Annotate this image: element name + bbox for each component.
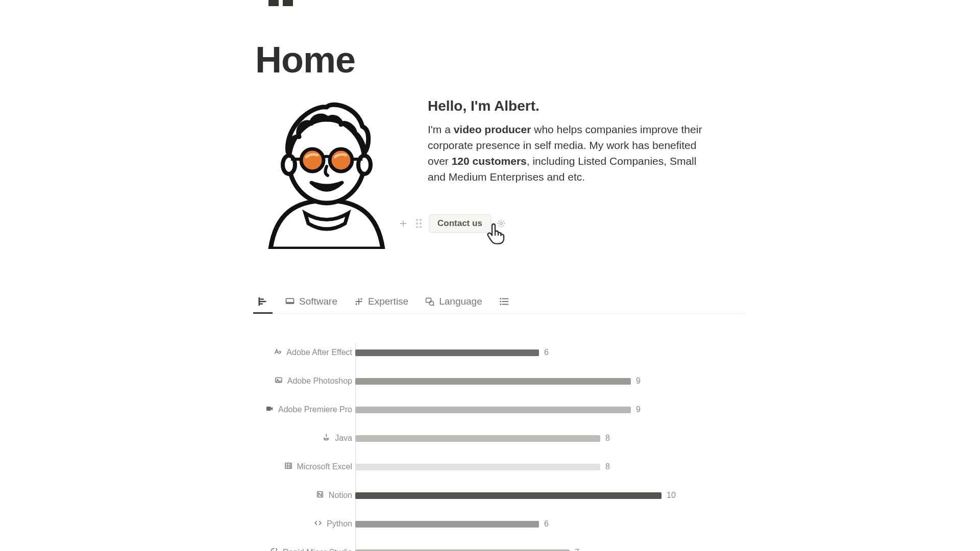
- photoshop-icon: [275, 376, 283, 386]
- svg-point-4: [330, 149, 352, 171]
- chart-bar: [355, 464, 600, 470]
- chart-bar-value: 6: [544, 348, 549, 357]
- tab-list-view[interactable]: [497, 293, 512, 313]
- chart-row: Rapid Miner Studio7: [355, 542, 723, 551]
- chart-row: Adobe After Effect6: [355, 342, 723, 363]
- page-title: Home: [255, 39, 745, 81]
- code-icon: [314, 519, 322, 529]
- chart-bar-value: 7: [575, 548, 579, 551]
- excel-icon: [284, 462, 292, 472]
- skills-chart: Adobe After Effect6Adobe Photoshop9Adobe…: [255, 342, 745, 551]
- svg-rect-17: [266, 407, 271, 411]
- tab-software-label: Software: [299, 296, 337, 307]
- java-icon: [322, 433, 330, 443]
- chart-row-label: Java: [255, 433, 352, 443]
- chart-bar: [355, 349, 539, 356]
- chart-row-label-text: Adobe Premiere Pro: [278, 405, 352, 414]
- chart-bar-value: 9: [636, 377, 641, 386]
- svg-point-14: [500, 304, 501, 305]
- intro-bold-role: video producer: [454, 123, 531, 135]
- chart-row-label: Adobe Premiere Pro: [255, 405, 352, 415]
- intro-paragraph: I'm a video producer who helps companies…: [428, 121, 703, 185]
- chart-row-label: Rapid Miner Studio: [255, 547, 352, 551]
- tab-chart-view[interactable]: [255, 293, 271, 313]
- contact-us-button[interactable]: Contact us: [429, 214, 491, 233]
- chart-row-label-text: Microsoft Excel: [297, 462, 352, 471]
- chart-row-label: Python: [255, 519, 352, 529]
- chart-bar: [355, 492, 662, 499]
- notion-icon: [316, 490, 324, 500]
- page-content: Home: [255, 0, 745, 551]
- svg-rect-18: [285, 463, 291, 469]
- chart-bar: [355, 407, 631, 413]
- premiere-icon: [265, 405, 274, 415]
- chart-row-label-text: Java: [335, 434, 352, 443]
- chart-bar-value: 8: [605, 462, 610, 471]
- chart-row-label: Notion: [255, 490, 352, 500]
- intro-text-1: I'm a: [428, 123, 454, 135]
- chart-row-label: Adobe After Effect: [255, 347, 352, 358]
- hello-heading: Hello, I'm Albert.: [428, 98, 745, 114]
- chart-row-label: Microsoft Excel: [255, 462, 352, 472]
- svg-point-5: [500, 222, 502, 225]
- tab-language[interactable]: Language: [423, 293, 484, 313]
- add-block-icon[interactable]: [398, 218, 408, 229]
- chart-row-label: Adobe Photoshop: [255, 376, 352, 386]
- chart-row-label-text: Notion: [329, 491, 352, 500]
- svg-point-3: [301, 149, 324, 171]
- tab-language-label: Language: [439, 296, 482, 307]
- drag-handle-icon[interactable]: [413, 218, 424, 229]
- chart-row: Adobe Premiere Pro9: [355, 399, 723, 420]
- tab-software[interactable]: Software: [283, 293, 339, 313]
- tab-expertise-label: Expertise: [368, 296, 408, 307]
- svg-point-9: [355, 303, 357, 305]
- svg-rect-7: [286, 302, 294, 304]
- intro-text: Hello, I'm Albert. I'm a video producer …: [428, 96, 745, 249]
- chart-bar: [355, 435, 600, 442]
- chart-row-label-text: Python: [327, 519, 352, 529]
- chart-row: Python6: [355, 514, 723, 534]
- rapidminer-icon: [270, 547, 278, 551]
- chart-row: Microsoft Excel8: [355, 457, 723, 477]
- chart-bar-value: 6: [544, 519, 549, 529]
- avatar: [255, 96, 398, 249]
- tab-expertise[interactable]: Expertise: [352, 293, 410, 313]
- chart-bar: [355, 549, 570, 552]
- chart-row: Adobe Photoshop9: [355, 371, 723, 391]
- svg-point-8: [360, 298, 362, 299]
- gear-icon[interactable]: [496, 218, 506, 229]
- after-effects-icon: [274, 347, 282, 358]
- svg-point-13: [500, 301, 501, 303]
- chart-bar-value: 8: [605, 434, 610, 443]
- chart-row-label-text: Adobe After Effect: [286, 348, 352, 357]
- chart-bar: [355, 378, 631, 385]
- view-tabs: Software Expertise Language: [255, 293, 745, 314]
- chart-bar-value: 9: [636, 405, 641, 414]
- intro-bold-customers: 120 customers: [452, 155, 527, 167]
- chart-row-label-text: Adobe Photoshop: [287, 377, 352, 386]
- chart-bar: [355, 521, 539, 528]
- svg-point-12: [500, 298, 501, 299]
- chart-bar-value: 10: [667, 491, 676, 500]
- intro-section: Hello, I'm Albert. I'm a video producer …: [255, 96, 745, 249]
- chart-row: Notion10: [355, 485, 723, 506]
- block-action-row: Contact us: [398, 214, 745, 233]
- chart-row-label-text: Rapid Miner Studio: [283, 548, 352, 551]
- chart-row: Java8: [355, 428, 723, 448]
